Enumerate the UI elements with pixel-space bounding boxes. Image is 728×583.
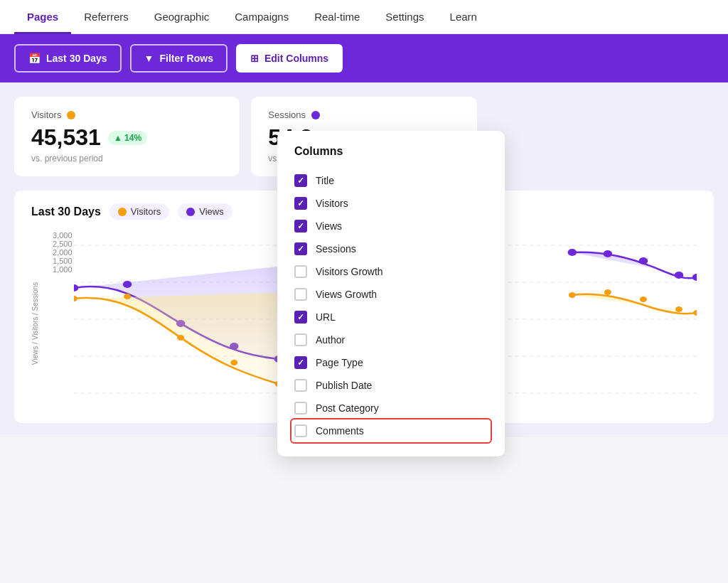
filter-icon: ▼ <box>144 53 154 64</box>
visitors-label: Visitors <box>31 109 223 120</box>
column-comments[interactable]: Comments <box>291 419 491 442</box>
svg-point-6 <box>123 281 132 288</box>
y-axis-label: Views / Visitors / Sessions <box>31 282 39 365</box>
column-page-type[interactable]: ✓ Page Type <box>294 351 488 374</box>
calendar-icon: 📅 <box>28 53 41 64</box>
empty-stat-card <box>488 97 714 176</box>
nav-item-settings[interactable]: Settings <box>373 0 437 34</box>
column-url[interactable]: ✓ URL <box>294 306 488 328</box>
column-visitors-growth[interactable]: Visitors Growth <box>294 260 488 283</box>
main-content: Visitors 45,531 ▲ 14% vs. previous perio… <box>0 82 728 437</box>
filter-rows-button[interactable]: ▼ Filter Rows <box>130 44 228 73</box>
svg-point-14 <box>124 294 131 299</box>
svg-point-29 <box>675 306 682 312</box>
visitors-value: 45,531 ▲ 14% <box>31 124 223 151</box>
visitors-stat-card: Visitors 45,531 ▲ 14% vs. previous perio… <box>14 97 240 176</box>
chart-title: Last 30 Days <box>31 205 101 218</box>
column-publish-date[interactable]: Publish Date <box>294 374 488 397</box>
visitors-checkbox[interactable]: ✓ <box>294 197 307 210</box>
svg-point-21 <box>568 249 577 256</box>
edit-columns-dropdown: Columns ✓ Title ✓ Visitors ✓ Views ✓ Ses… <box>277 131 505 456</box>
views-legend-dot <box>186 208 195 216</box>
visitors-growth-checkbox[interactable] <box>294 265 307 278</box>
column-sessions[interactable]: ✓ Sessions <box>294 237 488 260</box>
svg-point-27 <box>604 289 611 295</box>
url-checkbox[interactable]: ✓ <box>294 311 307 323</box>
nav-item-referrers[interactable]: Referrers <box>71 0 141 34</box>
nav-item-geographic[interactable]: Geographic <box>141 0 223 34</box>
edit-columns-button[interactable]: ⊞ Edit Columns <box>236 44 343 73</box>
dropdown-title: Columns <box>294 145 488 158</box>
views-growth-checkbox[interactable] <box>294 288 307 301</box>
svg-point-16 <box>230 360 237 365</box>
page-type-checkbox[interactable]: ✓ <box>294 356 307 369</box>
toolbar: 📅 Last 30 Days ▼ Filter Rows ⊞ Edit Colu… <box>0 34 728 82</box>
visitors-sub: vs. previous period <box>31 154 223 164</box>
sessions-dot <box>311 111 320 119</box>
nav-item-campaigns[interactable]: Campaigns <box>222 0 301 34</box>
svg-point-15 <box>177 335 184 341</box>
nav-item-pages[interactable]: Pages <box>14 0 71 34</box>
visitors-badge: ▲ 14% <box>108 131 147 145</box>
comments-checkbox[interactable] <box>294 424 307 437</box>
column-post-category[interactable]: Post Category <box>294 397 488 419</box>
svg-point-24 <box>675 272 684 279</box>
visitors-dot <box>67 111 75 119</box>
author-checkbox[interactable] <box>294 333 307 346</box>
svg-point-5 <box>74 284 78 292</box>
column-views-growth[interactable]: Views Growth <box>294 283 488 306</box>
column-views[interactable]: ✓ Views <box>294 215 488 237</box>
svg-point-22 <box>604 250 613 257</box>
views-checkbox[interactable]: ✓ <box>294 220 307 232</box>
svg-point-30 <box>693 310 697 316</box>
publish-date-checkbox[interactable] <box>294 379 307 392</box>
nav-bar: Pages Referrers Geographic Campaigns Rea… <box>0 0 728 34</box>
sessions-checkbox[interactable]: ✓ <box>294 242 307 255</box>
date-range-button[interactable]: 📅 Last 30 Days <box>14 44 122 73</box>
post-category-checkbox[interactable] <box>294 402 307 414</box>
nav-item-learn[interactable]: Learn <box>437 0 490 34</box>
svg-point-25 <box>692 274 697 281</box>
column-visitors[interactable]: ✓ Visitors <box>294 192 488 215</box>
sessions-label: Sessions <box>268 109 459 120</box>
column-title[interactable]: ✓ Title <box>294 169 488 192</box>
views-legend: Views <box>178 203 232 220</box>
visitors-legend: Visitors <box>109 203 169 220</box>
column-author[interactable]: Author <box>294 328 488 351</box>
svg-point-28 <box>640 296 647 302</box>
nav-item-realtime[interactable]: Real-time <box>301 0 373 34</box>
title-checkbox[interactable]: ✓ <box>294 174 307 187</box>
svg-point-26 <box>569 292 576 298</box>
svg-point-23 <box>639 257 648 264</box>
svg-point-13 <box>74 296 77 301</box>
visitors-legend-dot <box>118 208 127 216</box>
columns-icon: ⊞ <box>250 53 259 64</box>
y-axis-labels: 3,000 2,500 2,000 1,500 1,000 <box>53 231 68 288</box>
